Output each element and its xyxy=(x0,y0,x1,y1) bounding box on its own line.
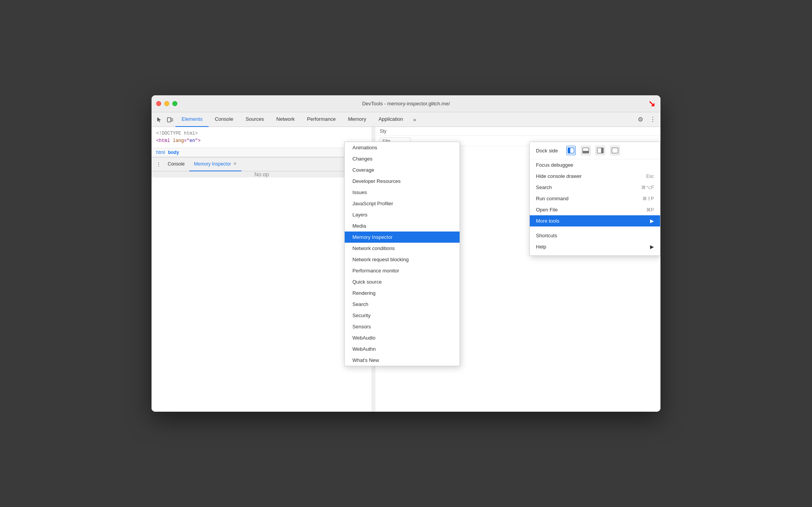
dock-undock-icon[interactable] xyxy=(610,146,620,155)
settings-button[interactable]: ⚙ xyxy=(635,114,646,125)
menu-item-animations[interactable]: Animations xyxy=(345,142,460,153)
menu-item-developer-resources[interactable]: Developer Resources xyxy=(345,176,460,187)
window-title: DevTools - memory-inspector.glitch.me/ xyxy=(362,101,450,106)
tab-elements[interactable]: Elements xyxy=(175,112,209,127)
dock-side-section: Dock side xyxy=(530,142,660,159)
traffic-lights xyxy=(156,101,177,106)
tab-application[interactable]: Application xyxy=(372,112,409,127)
svg-rect-3 xyxy=(568,148,570,153)
minimize-button[interactable] xyxy=(164,101,169,106)
bottom-drawer: ⋮ Console Memory Inspector ✕ No xyxy=(152,157,372,177)
arrow-icon: ↘ xyxy=(648,99,655,109)
device-toggle-icon[interactable] xyxy=(165,114,175,125)
drawer-menu-icon[interactable]: ⋮ xyxy=(154,160,163,169)
dock-right-icon[interactable] xyxy=(596,146,605,155)
shortcut-esc: Esc xyxy=(646,174,654,179)
settings-more-tools[interactable]: More tools ▶ xyxy=(530,215,660,226)
menu-item-whats-new[interactable]: What's New xyxy=(345,355,460,366)
devtools-panel: Elements Console Sources Network Perform… xyxy=(152,112,660,412)
main-content: <!DOCTYPE html> <html lang="en"> html bo… xyxy=(152,127,660,412)
styles-header: Sty xyxy=(375,127,660,136)
menu-item-layers[interactable]: Layers xyxy=(345,209,460,220)
dock-side-label: Dock side xyxy=(536,148,558,154)
left-panel: <!DOCTYPE html> <html lang="en"> html bo… xyxy=(152,127,375,412)
menu-item-webaudio[interactable]: WebAudio xyxy=(345,332,460,343)
shortcut-run-command: ⌘⇧P xyxy=(642,196,654,201)
menu-item-network-conditions[interactable]: Network conditions xyxy=(345,243,460,254)
menu-item-media[interactable]: Media xyxy=(345,220,460,232)
svg-rect-0 xyxy=(167,118,171,122)
breadcrumb: html body xyxy=(152,148,372,157)
maximize-button[interactable] xyxy=(172,101,177,106)
settings-search[interactable]: Search ⌘⌥F xyxy=(530,182,660,193)
tab-console[interactable]: Console xyxy=(209,112,239,127)
menu-item-quick-source[interactable]: Quick source xyxy=(345,276,460,287)
breadcrumb-html[interactable]: html xyxy=(156,150,165,155)
menu-item-issues[interactable]: Issues xyxy=(345,187,460,198)
svg-rect-7 xyxy=(601,148,603,153)
dock-bottom-icon[interactable] xyxy=(581,146,590,155)
tab-sources[interactable]: Sources xyxy=(239,112,270,127)
menu-item-js-profiler[interactable]: JavaScript Profiler xyxy=(345,198,460,209)
browser-window: DevTools - memory-inspector.glitch.me/ ↘… xyxy=(152,95,660,412)
drawer-tab-console[interactable]: Console xyxy=(163,157,189,171)
settings-focus-debuggee[interactable]: Focus debuggee xyxy=(530,159,660,171)
dom-area: <!DOCTYPE html> <html lang="en"> xyxy=(152,127,372,148)
menu-item-security[interactable]: Security xyxy=(345,310,460,321)
menu-item-network-request-blocking[interactable]: Network request blocking xyxy=(345,254,460,265)
dom-doctype: <!DOCTYPE html> xyxy=(156,130,367,137)
close-tab-icon[interactable]: ✕ xyxy=(233,161,237,166)
menu-item-search[interactable]: Search xyxy=(345,299,460,310)
menu-divider xyxy=(530,228,660,228)
drawer-tab-memory-inspector[interactable]: Memory Inspector ✕ xyxy=(189,157,241,171)
more-tools-menu[interactable]: Animations Changes Coverage Developer Re… xyxy=(344,142,460,366)
dock-left-icon[interactable] xyxy=(566,146,576,155)
top-toolbar: Elements Console Sources Network Perform… xyxy=(152,112,660,127)
menu-item-coverage[interactable]: Coverage xyxy=(345,164,460,176)
shortcut-search: ⌘⌥F xyxy=(641,185,654,190)
title-bar: DevTools - memory-inspector.glitch.me/ ↘ xyxy=(152,95,660,112)
main-tab-bar: Elements Console Sources Network Perform… xyxy=(175,112,635,127)
dom-html-tag[interactable]: <html lang="en"> xyxy=(156,137,367,145)
arrow-right-icon: ▶ xyxy=(650,218,654,224)
svg-rect-8 xyxy=(612,148,618,153)
menu-item-memory-inspector[interactable]: Memory Inspector xyxy=(345,232,460,243)
settings-shortcuts[interactable]: Shortcuts xyxy=(530,230,660,241)
menu-item-changes[interactable]: Changes xyxy=(345,153,460,164)
drawer-content: No op xyxy=(152,171,372,177)
svg-rect-1 xyxy=(171,118,173,121)
arrow-right-help-icon: ▶ xyxy=(650,244,654,250)
settings-run-command[interactable]: Run command ⌘⇧P xyxy=(530,193,660,204)
tab-network[interactable]: Network xyxy=(270,112,301,127)
shortcut-open-file: ⌘P xyxy=(646,207,654,213)
breadcrumb-body[interactable]: body xyxy=(168,150,179,155)
svg-rect-5 xyxy=(583,151,589,153)
menu-item-performance-monitor[interactable]: Performance monitor xyxy=(345,265,460,276)
toolbar-right: ⚙ ⋮ xyxy=(635,114,658,125)
menu-item-webauthn[interactable]: WebAuthn xyxy=(345,343,460,355)
menu-item-rendering[interactable]: Rendering xyxy=(345,287,460,299)
settings-menu[interactable]: Dock side xyxy=(529,142,660,256)
cursor-icon[interactable] xyxy=(154,114,165,125)
settings-help[interactable]: Help ▶ xyxy=(530,241,660,252)
tab-memory[interactable]: Memory xyxy=(342,112,372,127)
overflow-tabs-button[interactable]: » xyxy=(409,114,420,125)
settings-open-file[interactable]: Open File ⌘P xyxy=(530,204,660,215)
drawer-tab-bar: ⋮ Console Memory Inspector ✕ xyxy=(152,157,372,171)
more-options-button[interactable]: ⋮ xyxy=(647,114,658,125)
tab-performance[interactable]: Performance xyxy=(301,112,342,127)
menu-item-sensors[interactable]: Sensors xyxy=(345,321,460,332)
settings-hide-console-drawer[interactable]: Hide console drawer Esc xyxy=(530,171,660,182)
close-button[interactable] xyxy=(156,101,161,106)
